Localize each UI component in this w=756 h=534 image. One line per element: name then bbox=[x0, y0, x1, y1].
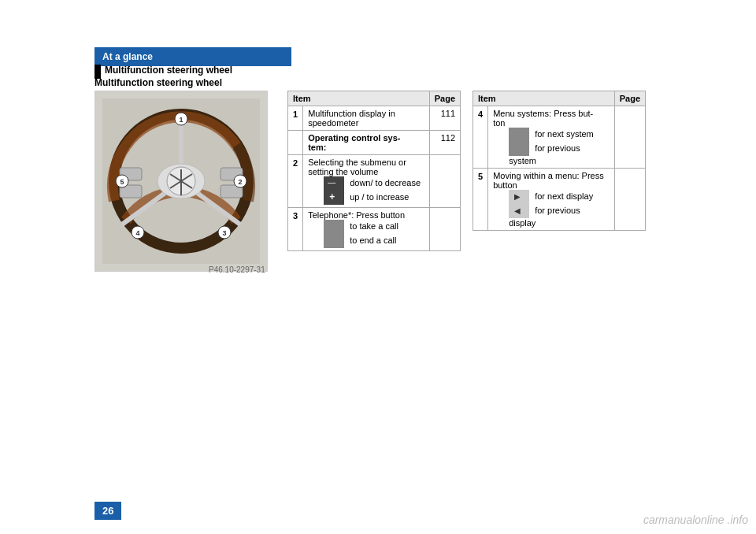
table-row: 2 Selecting the submenu or setting the v… bbox=[288, 155, 461, 208]
row-content: Moving within a menu: Press button for n… bbox=[488, 169, 615, 231]
svg-text:5: 5 bbox=[120, 178, 124, 186]
nav-prev-icon bbox=[509, 142, 529, 156]
svg-text:1: 1 bbox=[179, 116, 183, 124]
steering-wheel-svg: 1 2 3 4 5 bbox=[102, 98, 260, 264]
phone-take-icon bbox=[324, 220, 344, 234]
left-table-page-header: Page bbox=[429, 91, 460, 106]
row-page: 111 bbox=[429, 106, 460, 131]
watermark: carmanualonline .info bbox=[643, 514, 748, 526]
row-page bbox=[429, 208, 460, 251]
page-number: 26 bbox=[94, 502, 121, 520]
icon-row: for next display bbox=[493, 190, 610, 204]
table-row: 5 Moving within a menu: Press button for… bbox=[473, 169, 646, 231]
nav-next-icon bbox=[509, 128, 529, 142]
row-num: 2 bbox=[288, 155, 303, 208]
left-table: Item Page 1 Multifunction display in spe… bbox=[287, 91, 461, 251]
image-caption: P46.10-2297-31 bbox=[209, 265, 265, 274]
row-num: 5 bbox=[473, 169, 488, 231]
phone-end-icon bbox=[324, 234, 344, 248]
svg-text:4: 4 bbox=[135, 229, 139, 237]
row-page bbox=[614, 106, 645, 169]
right-table: Item Page 4 Menu systems: Press but-ton … bbox=[472, 91, 646, 231]
left-table-item-header: Item bbox=[288, 91, 430, 106]
icon-row: for next system bbox=[493, 128, 610, 142]
row-content: Menu systems: Press but-ton for next sys… bbox=[488, 106, 615, 169]
icon-row: down/ to decrease bbox=[308, 176, 424, 191]
svg-text:2: 2 bbox=[238, 178, 242, 186]
minus-icon bbox=[324, 176, 344, 191]
icon-row: to end a call bbox=[308, 234, 424, 248]
row-num: 1 bbox=[288, 106, 303, 131]
row-content: Telephone*: Press button to take a call … bbox=[303, 208, 430, 251]
row-page bbox=[429, 155, 460, 208]
header-bar: At a glance bbox=[94, 47, 291, 66]
page-container: At a glance Multifunction steering wheel… bbox=[0, 0, 756, 534]
table-row: 4 Menu systems: Press but-ton for next s… bbox=[473, 106, 646, 169]
row-content: Operating control sys-tem: bbox=[303, 131, 430, 155]
icon-row: for previous system bbox=[493, 142, 610, 165]
table-row: 3 Telephone*: Press button to take a cal… bbox=[288, 208, 461, 251]
table-row: 1 Multifunction display in speedometer 1… bbox=[288, 106, 461, 131]
table-row: Operating control sys-tem: 112 bbox=[288, 131, 461, 155]
icon-row: for previous display bbox=[493, 204, 610, 228]
arrow-next-icon bbox=[509, 190, 529, 204]
arrow-prev-icon bbox=[509, 204, 529, 218]
header-bar-text: At a glance bbox=[102, 51, 153, 62]
row-num: 4 bbox=[473, 106, 488, 169]
row-content: Selecting the submenu or setting the vol… bbox=[303, 155, 430, 208]
subtitle2: Multifunction steering wheel bbox=[94, 77, 222, 88]
right-table-item-header: Item bbox=[473, 91, 615, 106]
row-num: 3 bbox=[288, 208, 303, 251]
row-num bbox=[288, 131, 303, 155]
row-page: 112 bbox=[429, 131, 460, 155]
plus-icon bbox=[324, 191, 344, 205]
icon-row: to take a call bbox=[308, 220, 424, 234]
row-page bbox=[614, 169, 645, 231]
right-table-page-header: Page bbox=[614, 91, 645, 106]
wheel-container: 1 2 3 4 5 bbox=[94, 91, 268, 272]
bold-content: Operating control sys-tem: bbox=[308, 133, 400, 152]
icon-row: up / to increase bbox=[308, 191, 424, 205]
subtitle1: Multifunction steering wheel bbox=[105, 65, 232, 76]
row-content: Multifunction display in speedometer bbox=[303, 106, 430, 131]
svg-text:3: 3 bbox=[222, 229, 226, 237]
